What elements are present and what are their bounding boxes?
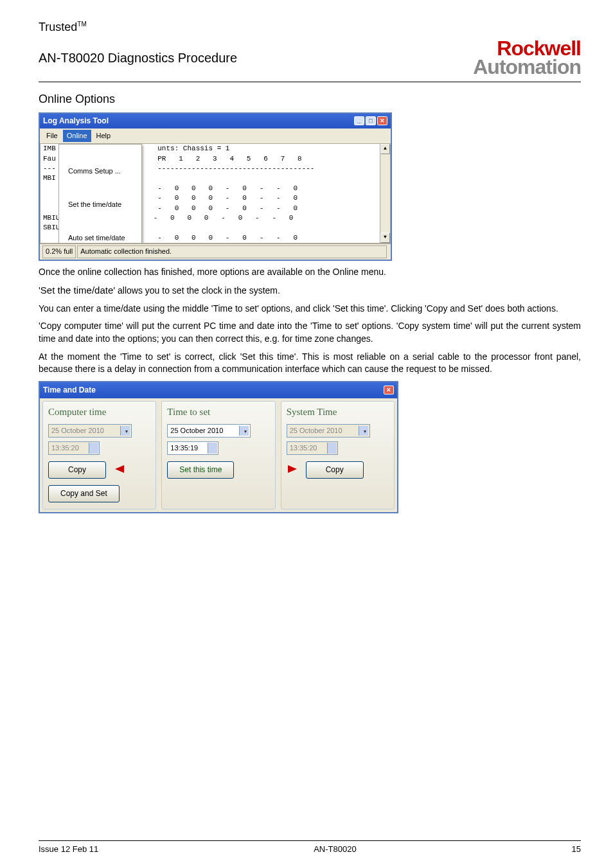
copy-computer-button[interactable]: Copy: [48, 461, 106, 479]
dialog-body: Computer time 25 October 2010 ▾ 13:35:20…: [40, 398, 397, 512]
chevron-down-icon: ▾: [364, 428, 366, 435]
dialog-titlebar: Time and Date ✕: [40, 382, 397, 398]
para-1: Once the online collection has finished,…: [39, 266, 581, 279]
para-subhead: 'Set the time/date' allows you to set th…: [39, 283, 581, 297]
status-message: Automatic collection finished.: [77, 245, 387, 258]
close-button[interactable]: ✕: [377, 116, 387, 125]
para-3: 'Copy computer time' will put the curren…: [39, 320, 581, 345]
copy-and-set-button[interactable]: Copy and Set: [48, 485, 120, 502]
system-time-value: 13:35:20: [290, 444, 317, 452]
logo-automation: Automation: [473, 58, 581, 76]
online-dropdown: Comms Setup ... Set the time/date Auto s…: [58, 144, 142, 244]
dropdown-comms-setup[interactable]: Comms Setup ...: [59, 164, 141, 178]
dialog-close-button[interactable]: ✕: [384, 385, 394, 394]
log-titlebar: Log Analysis Tool _ □ ✕: [40, 114, 391, 128]
subhead-rest: allows you to set the clock in the syste…: [115, 285, 280, 296]
header-divider: [39, 82, 581, 82]
time-to-set-title: Time to set: [167, 405, 269, 419]
system-date-value: 25 October 2010: [290, 427, 342, 434]
set-timedate-heading: 'Set the time/date': [39, 285, 115, 296]
maximize-button[interactable]: □: [366, 116, 376, 125]
copy-system-button[interactable]: Copy: [306, 461, 364, 479]
titlebar-buttons: _ □ ✕: [354, 116, 387, 125]
menu-file[interactable]: File: [42, 130, 62, 142]
tm-sup: TM: [77, 21, 86, 28]
dropdown-set-timedate[interactable]: Set the time/date: [59, 198, 141, 211]
computer-time-value: 13:35:20: [51, 444, 79, 452]
toset-date-value: 25 October 2010: [170, 427, 223, 434]
time-date-dialog: Time and Date ✕ Computer time 25 October…: [39, 381, 398, 513]
computer-date-field: 25 October 2010 ▾: [48, 424, 132, 438]
scroll-up-icon[interactable]: ▲: [380, 144, 390, 154]
dialog-title: Time and Date: [43, 385, 96, 396]
menu-help[interactable]: Help: [93, 130, 115, 142]
toset-time-value: 13:35:19: [170, 444, 198, 452]
scroll-down-icon[interactable]: ▼: [380, 233, 390, 243]
panel-system-time: System Time 25 October 2010 ▾ 13:35:20 C…: [281, 401, 395, 509]
trusted-text: Trusted: [39, 21, 77, 33]
para-2: You can enter a time/date using the midd…: [39, 303, 581, 315]
menu-online[interactable]: Online: [63, 130, 91, 142]
arrow-left-icon: [107, 463, 125, 475]
page-header: TrustedTM AN-T80020 Diagnostics Procedur…: [39, 19, 581, 76]
system-date-field: 25 October 2010 ▾: [287, 424, 370, 438]
vertical-scrollbar[interactable]: ▲ ▼: [380, 144, 390, 243]
section-title: Online Options: [39, 91, 581, 107]
dropdown-auto-set-timedate[interactable]: Auto set time/date: [59, 231, 141, 244]
log-statusbar: 0.2% full Automatic collection finished.: [40, 244, 391, 259]
panel-computer-time: Computer time 25 October 2010 ▾ 13:35:20…: [42, 401, 156, 509]
log-menubar: File Online Help: [40, 128, 391, 144]
log-title: Log Analysis Tool: [43, 116, 109, 127]
trusted-label: TrustedTM: [39, 19, 581, 35]
chevron-down-icon[interactable]: ▾: [244, 428, 247, 435]
chevron-down-icon: ▾: [125, 428, 128, 435]
toset-time-field[interactable]: 13:35:19: [167, 441, 218, 455]
computer-time-field: 13:35:20: [48, 441, 100, 455]
procedure-title: AN-T80020 Diagnostics Procedure: [39, 49, 237, 67]
set-this-time-button[interactable]: Set this time: [167, 461, 234, 479]
panel-time-to-set: Time to set 25 October 2010 ▾ 13:35:19 S…: [161, 401, 275, 509]
system-time-field: 13:35:20: [287, 441, 338, 455]
status-full: 0.2% full: [42, 245, 76, 258]
minimize-button[interactable]: _: [354, 116, 364, 125]
rockwell-logo: Rockwell Automation: [473, 39, 581, 76]
log-analysis-window: Log Analysis Tool _ □ ✕ File Online Help…: [39, 112, 392, 261]
system-time-title: System Time: [287, 405, 389, 419]
computer-time-title: Computer time: [48, 405, 150, 419]
toset-date-field[interactable]: 25 October 2010 ▾: [167, 424, 251, 438]
arrow-right-icon: [287, 463, 305, 475]
para-4: At the moment the 'Time to set' is corre…: [39, 351, 581, 376]
computer-date-value: 25 October 2010: [51, 427, 104, 434]
log-console: IMB unts: Chassis = 1 Fau PR 1 2 3 4 5 6…: [40, 144, 391, 244]
